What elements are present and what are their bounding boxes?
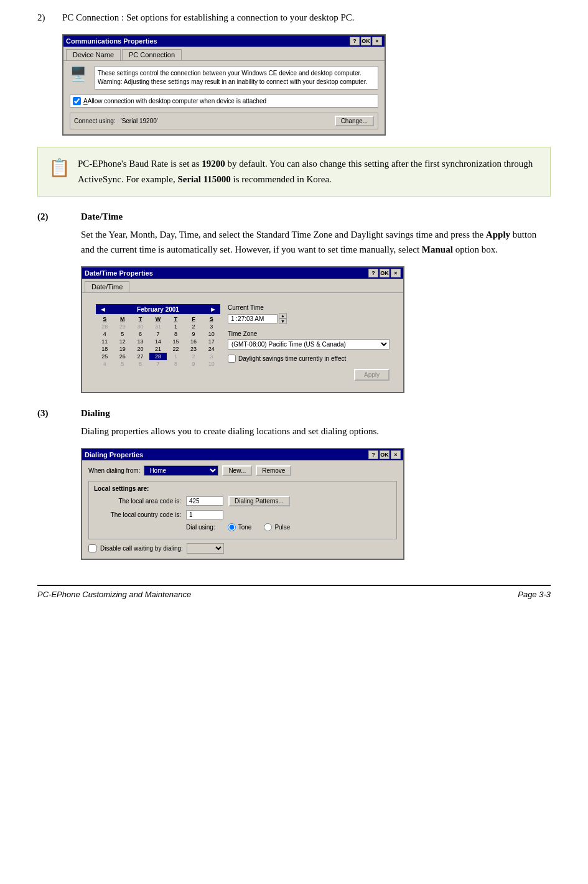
note-icon: 📋 — [48, 157, 70, 178]
cal-cell[interactable]: 8 — [167, 360, 185, 368]
cal-header-mon: M — [114, 315, 132, 323]
cal-cell[interactable]: 12 — [114, 338, 132, 345]
change-button[interactable]: Change... — [335, 116, 374, 126]
disable-cw-checkbox[interactable] — [88, 544, 96, 552]
time-spin-up[interactable]: ▲ — [279, 313, 287, 319]
cal-cell[interactable]: 9 — [185, 360, 203, 368]
cal-cell[interactable]: 16 — [185, 338, 203, 345]
cal-cell[interactable]: 15 — [167, 338, 185, 345]
cal-cell[interactable]: 30 — [131, 323, 149, 330]
cal-cell[interactable]: 23 — [185, 345, 203, 353]
cal-cell[interactable]: 5 — [114, 330, 132, 338]
cal-cell[interactable]: 25 — [96, 353, 114, 360]
cal-cell[interactable]: 9 — [185, 330, 203, 338]
cal-cell[interactable]: 3 — [202, 323, 220, 330]
tab-datetime[interactable]: Date/Time — [85, 281, 129, 292]
remove-button[interactable]: Remove — [256, 465, 291, 476]
calendar-prev-button[interactable]: ◄ — [98, 305, 108, 313]
cal-cell[interactable]: 22 — [167, 345, 185, 353]
comm-ok-button[interactable]: OK — [361, 37, 371, 45]
cal-cell[interactable]: 8 — [167, 330, 185, 338]
section3-title: Dialing — [81, 408, 110, 419]
tone-radio[interactable] — [228, 523, 236, 531]
cal-cell[interactable]: 7 — [149, 330, 167, 338]
time-spin-down[interactable]: ▼ — [279, 319, 287, 324]
cal-cell[interactable]: 20 — [131, 345, 149, 353]
datetime-content: ◄ February 2001 ► S M T — [90, 299, 396, 386]
apply-button[interactable]: Apply — [354, 369, 390, 381]
dialing-patterns-button[interactable]: Dialing Patterns... — [228, 496, 290, 506]
timezone-select[interactable]: (GMT-08:00) Pacific Time (US & Canada) — [228, 339, 390, 350]
datetime-close-button[interactable]: × — [391, 269, 401, 277]
connect-value: 'Serial 19200' — [121, 118, 330, 124]
cal-cell[interactable]: 6 — [131, 360, 149, 368]
dst-checkbox[interactable] — [228, 355, 236, 363]
disable-cw-select[interactable] — [187, 543, 224, 554]
cal-cell[interactable]: 11 — [96, 338, 114, 345]
tab-device-name[interactable]: Device Name — [66, 49, 121, 60]
cal-cell[interactable]: 10 — [202, 330, 220, 338]
cal-cell[interactable]: 14 — [149, 338, 167, 345]
pulse-radio[interactable] — [264, 523, 272, 531]
comm-close-button[interactable]: × — [372, 37, 382, 45]
cal-cell[interactable]: 27 — [131, 353, 149, 360]
allow-connection-checkbox[interactable] — [73, 97, 81, 105]
country-code-input[interactable] — [186, 510, 223, 519]
cal-header-sun: S — [96, 315, 114, 323]
cal-cell[interactable]: 5 — [114, 360, 132, 368]
cal-row-1: 28 29 30 31 1 2 3 — [96, 323, 220, 330]
cal-cell-selected[interactable]: 28 — [149, 353, 167, 360]
area-code-row: The local area code is: Dialing Patterns… — [94, 496, 391, 506]
comm-help-button[interactable]: ? — [350, 37, 360, 45]
cal-cell[interactable]: 7 — [149, 360, 167, 368]
cal-cell[interactable]: 4 — [96, 330, 114, 338]
datetime-help-button[interactable]: ? — [368, 269, 378, 277]
cal-cell[interactable]: 24 — [202, 345, 220, 353]
new-button[interactable]: New... — [222, 465, 252, 476]
area-code-input[interactable] — [186, 496, 223, 506]
area-code-label: The local area code is: — [94, 498, 181, 505]
cal-cell[interactable]: 31 — [149, 323, 167, 330]
calendar-month-year: February 2001 — [137, 306, 179, 313]
datetime-dialog-tabs: Date/Time — [82, 279, 403, 293]
disable-cw-label: Disable call waiting by dialing: — [100, 545, 183, 552]
calendar-next-button[interactable]: ► — [208, 305, 218, 313]
cal-cell[interactable]: 17 — [202, 338, 220, 345]
section-dialing-header: (3) Dialing — [37, 408, 551, 419]
cal-row-5: 25 26 27 28 1 2 3 — [96, 353, 220, 360]
calendar-section: ◄ February 2001 ► S M T — [96, 304, 220, 381]
cal-cell[interactable]: 10 — [202, 360, 220, 368]
cal-cell[interactable]: 6 — [131, 330, 149, 338]
tab-pc-connection[interactable]: PC Connection — [122, 49, 182, 60]
cal-cell[interactable]: 2 — [185, 323, 203, 330]
cal-header-thu: T — [167, 315, 185, 323]
pulse-label: Pulse — [274, 524, 290, 531]
cal-row-6: 4 5 6 7 8 9 10 — [96, 360, 220, 368]
cal-cell[interactable]: 28 — [96, 323, 114, 330]
cal-cell[interactable]: 4 — [96, 360, 114, 368]
section-dialing: (3) Dialing Dialing properties allows yo… — [37, 408, 551, 560]
comm-info-text: These settings control the connection be… — [95, 66, 378, 90]
cal-cell[interactable]: 13 — [131, 338, 149, 345]
datetime-ok-button[interactable]: OK — [380, 269, 390, 277]
cal-cell[interactable]: 19 — [114, 345, 132, 353]
allow-connection-label: AAllow connection with desktop computer … — [83, 98, 266, 105]
dialing-help-button[interactable]: ? — [368, 450, 378, 459]
datetime-dialog-titlebar: Date/Time Properties ? OK × — [82, 268, 403, 279]
cal-cell[interactable]: 18 — [96, 345, 114, 353]
intro-num: 2) — [37, 12, 62, 23]
cal-cell[interactable]: 2 — [185, 353, 203, 360]
dialing-ok-button[interactable]: OK — [380, 450, 390, 459]
dialing-close-button[interactable]: × — [391, 450, 401, 459]
cal-cell[interactable]: 1 — [167, 323, 185, 330]
location-select[interactable]: Home — [144, 465, 218, 476]
local-settings-legend: Local settings are: — [94, 485, 391, 492]
cal-cell[interactable]: 3 — [202, 353, 220, 360]
cal-cell[interactable]: 1 — [167, 353, 185, 360]
cal-cell[interactable]: 29 — [114, 323, 132, 330]
cal-row-3: 11 12 13 14 15 16 17 — [96, 338, 220, 345]
cal-cell[interactable]: 26 — [114, 353, 132, 360]
time-input[interactable] — [228, 314, 278, 323]
cal-cell[interactable]: 21 — [149, 345, 167, 353]
time-section: Current Time ▲ ▼ Time Zone (GMT-08:00) — [228, 304, 390, 381]
